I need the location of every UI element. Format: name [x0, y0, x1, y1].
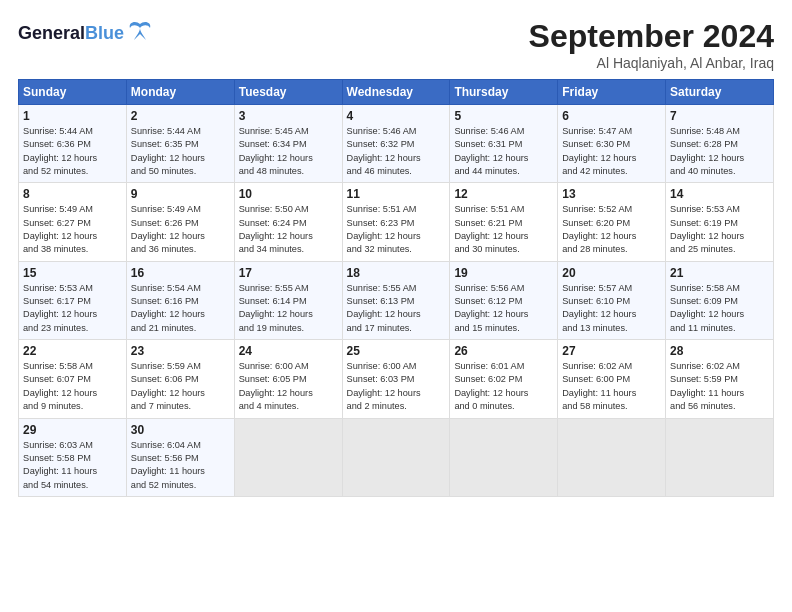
day-cell-15: 15Sunrise: 5:53 AM Sunset: 6:17 PM Dayli…	[19, 261, 127, 339]
week-row-2: 8Sunrise: 5:49 AM Sunset: 6:27 PM Daylig…	[19, 183, 774, 261]
day-info: Sunrise: 5:45 AM Sunset: 6:34 PM Dayligh…	[239, 125, 338, 178]
day-info: Sunrise: 5:49 AM Sunset: 6:26 PM Dayligh…	[131, 203, 230, 256]
day-info: Sunrise: 5:53 AM Sunset: 6:17 PM Dayligh…	[23, 282, 122, 335]
day-number: 28	[670, 344, 769, 358]
month-title: September 2024	[529, 18, 774, 55]
day-number: 2	[131, 109, 230, 123]
day-info: Sunrise: 6:03 AM Sunset: 5:58 PM Dayligh…	[23, 439, 122, 492]
day-info: Sunrise: 5:58 AM Sunset: 6:09 PM Dayligh…	[670, 282, 769, 335]
day-number: 11	[347, 187, 446, 201]
empty-cell	[666, 418, 774, 496]
day-cell-18: 18Sunrise: 5:55 AM Sunset: 6:13 PM Dayli…	[342, 261, 450, 339]
day-number: 1	[23, 109, 122, 123]
day-cell-23: 23Sunrise: 5:59 AM Sunset: 6:06 PM Dayli…	[126, 340, 234, 418]
day-info: Sunrise: 5:55 AM Sunset: 6:14 PM Dayligh…	[239, 282, 338, 335]
day-number: 9	[131, 187, 230, 201]
day-cell-10: 10Sunrise: 5:50 AM Sunset: 6:24 PM Dayli…	[234, 183, 342, 261]
day-number: 25	[347, 344, 446, 358]
day-number: 16	[131, 266, 230, 280]
empty-cell	[450, 418, 558, 496]
calendar-table: SundayMondayTuesdayWednesdayThursdayFrid…	[18, 79, 774, 497]
header-row: SundayMondayTuesdayWednesdayThursdayFrid…	[19, 80, 774, 105]
day-number: 7	[670, 109, 769, 123]
logo-blue: Blue	[85, 23, 124, 43]
weekday-header-friday: Friday	[558, 80, 666, 105]
empty-cell	[234, 418, 342, 496]
weekday-header-tuesday: Tuesday	[234, 80, 342, 105]
day-cell-2: 2Sunrise: 5:44 AM Sunset: 6:35 PM Daylig…	[126, 105, 234, 183]
day-info: Sunrise: 5:49 AM Sunset: 6:27 PM Dayligh…	[23, 203, 122, 256]
day-cell-28: 28Sunrise: 6:02 AM Sunset: 5:59 PM Dayli…	[666, 340, 774, 418]
day-cell-8: 8Sunrise: 5:49 AM Sunset: 6:27 PM Daylig…	[19, 183, 127, 261]
day-info: Sunrise: 5:59 AM Sunset: 6:06 PM Dayligh…	[131, 360, 230, 413]
day-number: 27	[562, 344, 661, 358]
day-cell-4: 4Sunrise: 5:46 AM Sunset: 6:32 PM Daylig…	[342, 105, 450, 183]
day-info: Sunrise: 5:58 AM Sunset: 6:07 PM Dayligh…	[23, 360, 122, 413]
day-cell-29: 29Sunrise: 6:03 AM Sunset: 5:58 PM Dayli…	[19, 418, 127, 496]
title-block: September 2024 Al Haqlaniyah, Al Anbar, …	[529, 18, 774, 71]
day-cell-22: 22Sunrise: 5:58 AM Sunset: 6:07 PM Dayli…	[19, 340, 127, 418]
day-number: 12	[454, 187, 553, 201]
day-cell-7: 7Sunrise: 5:48 AM Sunset: 6:28 PM Daylig…	[666, 105, 774, 183]
day-info: Sunrise: 5:54 AM Sunset: 6:16 PM Dayligh…	[131, 282, 230, 335]
day-info: Sunrise: 5:48 AM Sunset: 6:28 PM Dayligh…	[670, 125, 769, 178]
day-number: 10	[239, 187, 338, 201]
day-cell-13: 13Sunrise: 5:52 AM Sunset: 6:20 PM Dayli…	[558, 183, 666, 261]
logo: GeneralBlue	[18, 18, 154, 50]
day-cell-24: 24Sunrise: 6:00 AM Sunset: 6:05 PM Dayli…	[234, 340, 342, 418]
day-info: Sunrise: 6:00 AM Sunset: 6:05 PM Dayligh…	[239, 360, 338, 413]
day-info: Sunrise: 5:47 AM Sunset: 6:30 PM Dayligh…	[562, 125, 661, 178]
day-cell-26: 26Sunrise: 6:01 AM Sunset: 6:02 PM Dayli…	[450, 340, 558, 418]
weekday-header-sunday: Sunday	[19, 80, 127, 105]
header: GeneralBlue September 2024 Al Haqlaniyah…	[18, 18, 774, 71]
day-cell-19: 19Sunrise: 5:56 AM Sunset: 6:12 PM Dayli…	[450, 261, 558, 339]
day-cell-6: 6Sunrise: 5:47 AM Sunset: 6:30 PM Daylig…	[558, 105, 666, 183]
day-info: Sunrise: 5:46 AM Sunset: 6:32 PM Dayligh…	[347, 125, 446, 178]
day-info: Sunrise: 5:44 AM Sunset: 6:36 PM Dayligh…	[23, 125, 122, 178]
day-number: 3	[239, 109, 338, 123]
day-info: Sunrise: 5:46 AM Sunset: 6:31 PM Dayligh…	[454, 125, 553, 178]
weekday-header-wednesday: Wednesday	[342, 80, 450, 105]
week-row-4: 22Sunrise: 5:58 AM Sunset: 6:07 PM Dayli…	[19, 340, 774, 418]
week-row-5: 29Sunrise: 6:03 AM Sunset: 5:58 PM Dayli…	[19, 418, 774, 496]
day-number: 22	[23, 344, 122, 358]
day-info: Sunrise: 6:00 AM Sunset: 6:03 PM Dayligh…	[347, 360, 446, 413]
day-number: 5	[454, 109, 553, 123]
day-number: 26	[454, 344, 553, 358]
day-number: 17	[239, 266, 338, 280]
day-cell-30: 30Sunrise: 6:04 AM Sunset: 5:56 PM Dayli…	[126, 418, 234, 496]
day-info: Sunrise: 5:51 AM Sunset: 6:21 PM Dayligh…	[454, 203, 553, 256]
day-number: 29	[23, 423, 122, 437]
day-number: 14	[670, 187, 769, 201]
empty-cell	[558, 418, 666, 496]
empty-cell	[342, 418, 450, 496]
day-cell-12: 12Sunrise: 5:51 AM Sunset: 6:21 PM Dayli…	[450, 183, 558, 261]
day-cell-5: 5Sunrise: 5:46 AM Sunset: 6:31 PM Daylig…	[450, 105, 558, 183]
day-number: 6	[562, 109, 661, 123]
page: GeneralBlue September 2024 Al Haqlaniyah…	[0, 0, 792, 612]
day-info: Sunrise: 6:02 AM Sunset: 5:59 PM Dayligh…	[670, 360, 769, 413]
day-info: Sunrise: 6:02 AM Sunset: 6:00 PM Dayligh…	[562, 360, 661, 413]
day-cell-9: 9Sunrise: 5:49 AM Sunset: 6:26 PM Daylig…	[126, 183, 234, 261]
day-info: Sunrise: 5:51 AM Sunset: 6:23 PM Dayligh…	[347, 203, 446, 256]
day-number: 13	[562, 187, 661, 201]
day-info: Sunrise: 6:01 AM Sunset: 6:02 PM Dayligh…	[454, 360, 553, 413]
day-cell-17: 17Sunrise: 5:55 AM Sunset: 6:14 PM Dayli…	[234, 261, 342, 339]
day-info: Sunrise: 5:44 AM Sunset: 6:35 PM Dayligh…	[131, 125, 230, 178]
day-number: 4	[347, 109, 446, 123]
day-info: Sunrise: 6:04 AM Sunset: 5:56 PM Dayligh…	[131, 439, 230, 492]
day-cell-14: 14Sunrise: 5:53 AM Sunset: 6:19 PM Dayli…	[666, 183, 774, 261]
day-info: Sunrise: 5:56 AM Sunset: 6:12 PM Dayligh…	[454, 282, 553, 335]
day-cell-16: 16Sunrise: 5:54 AM Sunset: 6:16 PM Dayli…	[126, 261, 234, 339]
day-cell-3: 3Sunrise: 5:45 AM Sunset: 6:34 PM Daylig…	[234, 105, 342, 183]
day-cell-25: 25Sunrise: 6:00 AM Sunset: 6:03 PM Dayli…	[342, 340, 450, 418]
day-cell-11: 11Sunrise: 5:51 AM Sunset: 6:23 PM Dayli…	[342, 183, 450, 261]
logo-general: General	[18, 23, 85, 43]
day-number: 19	[454, 266, 553, 280]
day-info: Sunrise: 5:52 AM Sunset: 6:20 PM Dayligh…	[562, 203, 661, 256]
day-cell-1: 1Sunrise: 5:44 AM Sunset: 6:36 PM Daylig…	[19, 105, 127, 183]
day-cell-20: 20Sunrise: 5:57 AM Sunset: 6:10 PM Dayli…	[558, 261, 666, 339]
day-info: Sunrise: 5:55 AM Sunset: 6:13 PM Dayligh…	[347, 282, 446, 335]
location: Al Haqlaniyah, Al Anbar, Iraq	[529, 55, 774, 71]
day-info: Sunrise: 5:50 AM Sunset: 6:24 PM Dayligh…	[239, 203, 338, 256]
